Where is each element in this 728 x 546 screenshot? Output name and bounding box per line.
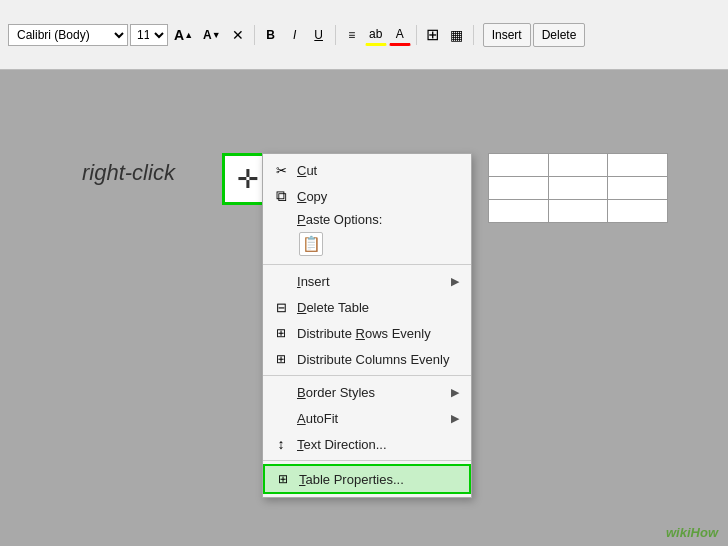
insert-delete-group: Insert Delete [483,23,586,47]
delete-table-label: Delete Table [297,300,459,315]
insert-arrow-icon: ▶ [451,275,459,288]
copy-icon: ⧉ [273,188,289,204]
menu-item-border-styles[interactable]: Border Styles ▶ [263,379,471,405]
shading-button[interactable]: ▦ [446,24,468,46]
menu-item-text-direction[interactable]: ↕ Text Direction... [263,431,471,457]
wikihow-watermark: wikiHow [666,525,718,540]
autofit-label: AutoFit [297,411,443,426]
toolbar-separator-4 [473,25,474,45]
border-button[interactable]: ⊞ [422,24,444,46]
wikihow-prefix: wiki [666,525,691,540]
wikihow-brand: How [691,525,718,540]
distribute-rows-icon: ⊞ [273,325,289,341]
cut-label: Cut [297,163,459,178]
font-name-select[interactable]: Calibri (Body) [8,24,128,46]
bold-button[interactable]: B [260,24,282,46]
move-cursor-icon: ✛ [237,166,259,192]
table-cell [549,177,609,199]
table-row [489,177,667,200]
clear-format-button[interactable]: ✕ [227,24,249,46]
context-menu: ✂ Cut ⧉ Copy Paste Options: 📋 Insert ▶ [262,153,472,498]
distribute-cols-label: Distribute Columns Evenly [297,352,459,367]
delete-table-icon: ⊟ [273,299,289,315]
insert-label: Insert [297,274,443,289]
toolbar-separator-2 [335,25,336,45]
border-styles-arrow-icon: ▶ [451,386,459,399]
distribute-cols-icon: ⊞ [273,351,289,367]
menu-item-cut[interactable]: ✂ Cut [263,157,471,183]
cut-icon: ✂ [273,162,289,178]
italic-button[interactable]: I [284,24,306,46]
table-preview [488,153,668,223]
content-area: right-click ✛ ✂ Cut ⧉ [0,70,728,546]
highlight-button[interactable]: ab [365,24,387,46]
menu-item-paste-options: Paste Options: [263,209,471,229]
align-button[interactable]: ≡ [341,24,363,46]
menu-item-autofit[interactable]: AutoFit ▶ [263,405,471,431]
menu-item-copy[interactable]: ⧉ Copy [263,183,471,209]
table-cell [608,154,667,176]
paste-icon-1[interactable]: 📋 [299,232,323,256]
toolbar-controls: Calibri (Body) 11 A▲ A▼ ✕ B I U ≡ ab A ⊞… [8,23,585,47]
underline-button[interactable]: U [308,24,330,46]
table-cell [489,177,549,199]
toolbar-separator-3 [416,25,417,45]
table-cell [608,200,667,222]
distribute-rows-label: Distribute Rows Evenly [297,326,459,341]
table-row [489,154,667,177]
grow-font-button[interactable]: A▲ [170,24,197,46]
font-size-select[interactable]: 11 [130,24,168,46]
table-cell [489,200,549,222]
menu-item-distribute-cols[interactable]: ⊞ Distribute Columns Evenly [263,346,471,372]
menu-separator-2 [263,375,471,376]
paste-options-icon [273,211,289,227]
autofit-icon [273,410,289,426]
delete-button[interactable]: Delete [533,23,586,47]
menu-separator-1 [263,264,471,265]
table-cell [549,154,609,176]
shrink-font-icon: A [203,28,212,42]
table-row [489,200,667,222]
autofit-arrow-icon: ▶ [451,412,459,425]
insert-menu-icon [273,273,289,289]
menu-item-distribute-rows[interactable]: ⊞ Distribute Rows Evenly [263,320,471,346]
table-cell [549,200,609,222]
toolbar-separator-1 [254,25,255,45]
toolbar: Calibri (Body) 11 A▲ A▼ ✕ B I U ≡ ab A ⊞… [0,0,728,70]
copy-label: Copy [297,189,459,204]
menu-item-table-properties[interactable]: ⊞ Table Properties... [263,464,471,494]
grow-font-icon: A [174,27,184,43]
border-styles-icon [273,384,289,400]
table-cell [489,154,549,176]
menu-item-delete-table[interactable]: ⊟ Delete Table [263,294,471,320]
border-styles-label: Border Styles [297,385,443,400]
text-direction-icon: ↕ [273,436,289,452]
paste-icons-row: 📋 [263,229,471,261]
instruction-label: right-click [82,160,175,186]
font-color-button[interactable]: A [389,24,411,46]
table-properties-icon: ⊞ [275,471,291,487]
paste-options-label: Paste Options: [297,212,459,227]
table-cell [608,177,667,199]
insert-button[interactable]: Insert [483,23,531,47]
text-direction-label: Text Direction... [297,437,459,452]
menu-item-insert[interactable]: Insert ▶ [263,268,471,294]
shrink-font-button[interactable]: A▼ [199,24,225,46]
menu-separator-3 [263,460,471,461]
table-properties-label: Table Properties... [299,472,457,487]
